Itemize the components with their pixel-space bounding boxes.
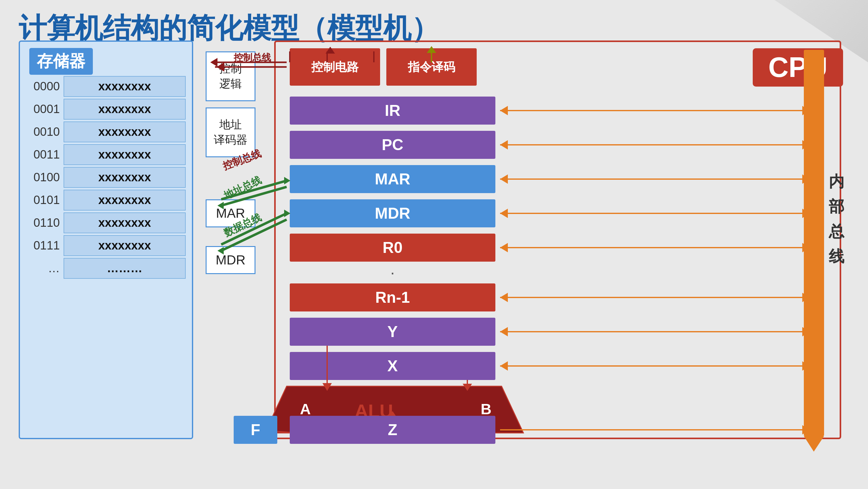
table-row: 0110 xxxxxxxx [26,213,186,233]
inst-decode-box: 指令译码 [386,48,477,86]
register-F: F [234,416,277,444]
register-MAR: MAR [290,165,495,193]
register-MDR: MDR [290,199,495,227]
register-X: X [290,352,495,380]
addr-decoder-label: 地址译码器 [214,117,247,148]
table-row: 0000 xxxxxxxx [26,76,186,97]
ctrl-logic-label: 控制逻辑 [219,61,242,92]
ctrl-logic-box: 控制逻辑 [206,52,255,101]
register-Z: Z [290,416,495,444]
ctrl-circuit-box: 控制电路 [290,48,380,86]
memory-title: 存储器 [29,48,93,75]
memory-table: 0000 xxxxxxxx 0001 xxxxxxxx 0010 xxxxxxx… [26,76,186,281]
table-row: … ……… [26,258,186,279]
cpu-label: CPU [753,48,843,87]
inst-decode-label: 指令译码 [408,59,455,75]
table-row: 0010 xxxxxxxx [26,122,186,142]
mar-left-box: MAR [206,199,255,227]
table-row: 0101 xxxxxxxx [26,190,186,210]
table-row: 0011 xxxxxxxx [26,144,186,165]
register-IR: IR [290,97,495,125]
table-row: 0100 xxxxxxxx [26,167,186,188]
ctrl-circuit-label: 控制电路 [311,59,359,75]
register-R0: R0 [290,234,495,262]
register-dots: · [290,266,495,279]
memory-box: 存储器 0000 xxxxxxxx 0001 xxxxxxxx 0010 xxx… [19,40,193,439]
register-Rn1: Rn-1 [290,284,495,312]
register-Y: Y [290,318,495,346]
register-PC: PC [290,131,495,159]
table-row: 0111 xxxxxxxx [26,235,186,256]
mdr-left-box: MDR [206,246,255,274]
mar-left-label: MAR [216,206,245,221]
addr-bus-text: 地址总线 [222,174,263,201]
table-row: 0001 xxxxxxxx [26,99,186,120]
addr-decoder-box: 地址译码器 [206,107,255,157]
mdr-left-label: MDR [216,253,246,267]
